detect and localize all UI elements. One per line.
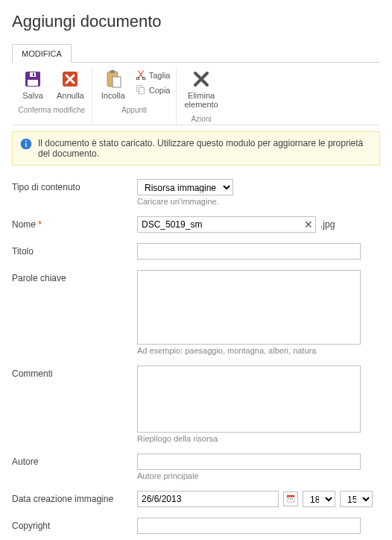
svg-rect-3 [33,73,34,76]
comments-textarea[interactable] [137,365,361,433]
row-author: Autore Autore principale [12,453,380,480]
delete-item-button[interactable]: Elimina elemento [183,67,219,110]
label-copyright: Copyright [12,518,137,531]
paste-button[interactable]: Incolla [98,67,128,101]
cut-icon [136,69,146,81]
svg-rect-18 [290,498,291,500]
svg-rect-13 [25,143,26,147]
svg-rect-7 [113,77,121,87]
label-keywords: Parole chiave [12,270,137,283]
label-name: Nome [12,219,36,230]
copy-icon [136,84,146,96]
author-input[interactable] [137,453,361,470]
cut-label: Taglia [149,71,171,80]
label-content-type: Tipo di contenuto [12,179,137,192]
svg-rect-11 [139,88,144,94]
hour-select[interactable]: 18: [303,491,335,507]
ribbon-group-clipboard-label: Appunti [98,106,171,114]
name-input[interactable] [137,216,316,233]
file-extension: .jpg [320,219,335,230]
info-text: Il documento è stato caricato. Utilizzar… [38,138,372,159]
svg-rect-19 [292,498,294,500]
ribbon: Salva Annulla Conferma modifiche Incol [12,63,380,125]
svg-point-8 [136,78,139,81]
ribbon-group-commit: Salva Annulla Conferma modifiche [12,67,92,125]
delete-label-1: Elimina [188,91,215,100]
ribbon-group-commit-label: Conferma modifiche [18,106,86,114]
calendar-icon [286,494,295,505]
paste-label: Incolla [101,91,125,100]
label-author: Autore [12,453,137,467]
dialog: Aggiungi documento MODIFICA Salva Annull… [0,0,392,540]
paste-icon [104,69,122,90]
title-input[interactable] [137,243,361,260]
ribbon-group-clipboard: Incolla Taglia Copia [92,67,177,125]
delete-label-2: elemento [184,100,218,109]
cancel-button[interactable]: Annulla [55,67,86,101]
image-date-input[interactable] [137,491,279,507]
svg-rect-16 [287,495,294,497]
row-copyright: Copyright [12,518,380,534]
copy-button[interactable]: Copia [136,84,171,97]
keywords-textarea[interactable] [137,270,361,345]
label-title: Titolo [12,243,137,257]
save-button[interactable]: Salva [18,67,48,101]
hint-author: Autore principale [137,471,380,480]
label-image-date: Data creazione immagine [12,491,137,504]
save-label: Salva [22,91,43,100]
ribbon-group-actions-label: Azioni [183,115,219,123]
cancel-label: Annulla [57,91,84,100]
ribbon-group-actions: Elimina elemento Azioni [177,67,225,125]
info-notice: Il documento è stato caricato. Utilizzar… [12,131,380,166]
content-type-select[interactable]: Risorsa immagine [137,179,233,195]
copy-label: Copia [149,86,171,95]
tab-bar: MODIFICA [12,43,380,63]
calendar-button[interactable] [283,492,298,506]
page-title: Aggiungi documento [12,12,380,31]
row-keywords: Parole chiave Ad esempio: paesaggio, mon… [12,270,380,355]
svg-point-9 [142,78,145,81]
label-comments: Commenti [12,365,137,379]
info-icon [20,138,32,152]
cut-button[interactable]: Taglia [136,69,171,82]
copyright-input[interactable] [137,518,361,534]
delete-icon [192,69,210,90]
row-title: Titolo [12,243,380,260]
required-indicator: * [38,219,42,230]
svg-rect-6 [110,70,115,73]
svg-rect-14 [25,141,26,142]
save-icon [24,69,42,90]
tab-edit[interactable]: MODIFICA [12,44,72,63]
hint-comments: Riepilogo della risorsa [137,434,380,443]
row-image-date: Data creazione immagine 18: 15 [12,491,380,507]
hint-keywords: Ad esempio: paesaggio, montagna, alberi,… [137,346,380,355]
minute-select[interactable]: 15 [340,491,373,507]
row-content-type: Tipo di contenuto Risorsa immagine Caric… [12,179,380,206]
cancel-icon [61,69,79,90]
clear-name-icon[interactable]: ✕ [304,219,313,230]
hint-content-type: Caricare un'immagine. [137,197,380,206]
row-comments: Commenti Riepilogo della risorsa [12,365,380,443]
svg-rect-17 [288,498,290,500]
row-name: Nome * ✕ .jpg [12,216,380,233]
svg-rect-1 [28,80,38,86]
